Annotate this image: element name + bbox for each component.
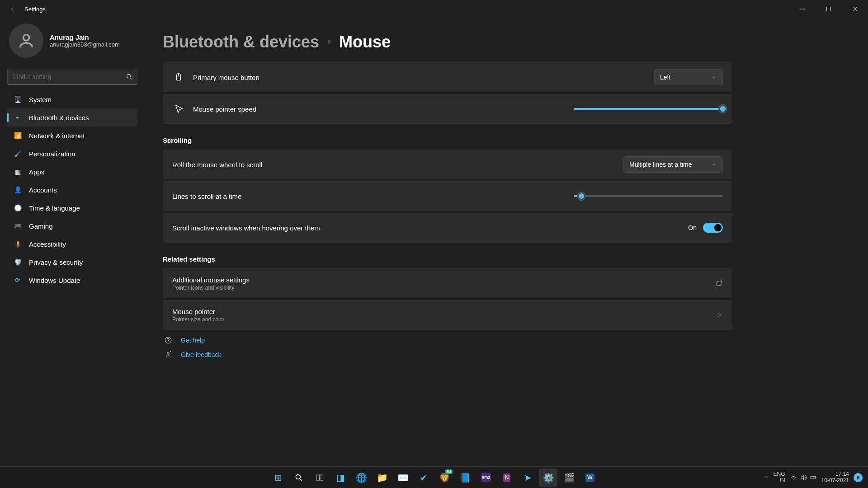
update-icon: ⟳ xyxy=(14,276,22,284)
sidebar-item-label: Accounts xyxy=(29,186,57,194)
edge-app[interactable]: 🌐 xyxy=(352,469,370,487)
setting-lines-scroll: Lines to scroll at a time xyxy=(163,181,732,211)
mail-app[interactable]: ✉️ xyxy=(394,469,412,487)
window-controls xyxy=(789,0,868,18)
related-additional-mouse-settings[interactable]: Additional mouse settings Pointer icons … xyxy=(163,268,732,298)
lang-secondary: IN xyxy=(774,478,785,483)
pdf-app[interactable]: 📘 xyxy=(456,469,474,487)
svg-point-5 xyxy=(167,352,170,355)
back-button[interactable] xyxy=(4,0,22,18)
setting-label: Lines to scroll at a time xyxy=(172,192,241,200)
profile-name: Anurag Jain xyxy=(50,33,120,41)
sidebar-item-accounts[interactable]: 👤Accounts xyxy=(7,181,137,199)
amazon-music-app[interactable]: amz xyxy=(477,469,495,487)
setting-label: Roll the mouse wheel to scroll xyxy=(172,161,262,169)
window-title: Settings xyxy=(24,6,46,13)
sidebar-item-label: Gaming xyxy=(29,222,53,230)
maximize-button[interactable] xyxy=(816,0,842,18)
sidebar-item-apps[interactable]: ▦Apps xyxy=(7,163,137,181)
search-input[interactable] xyxy=(7,69,137,85)
svg-rect-0 xyxy=(827,7,831,11)
feedback-icon xyxy=(163,351,174,359)
widgets-button[interactable]: ◨ xyxy=(331,469,349,487)
setting-primary-button: Primary mouse button Left xyxy=(163,62,732,92)
slider-thumb[interactable] xyxy=(577,192,586,201)
sidebar-item-windows-update[interactable]: ⟳Windows Update xyxy=(7,271,137,289)
get-help-link[interactable]: Get help xyxy=(181,337,205,344)
setting-scroll-inactive: Scroll inactive windows when hovering ov… xyxy=(163,213,732,243)
todo-app[interactable]: ✔ xyxy=(415,469,433,487)
svg-rect-8 xyxy=(320,475,323,480)
brave-badge: 54 xyxy=(445,469,453,474)
settings-app[interactable]: ⚙️ xyxy=(539,469,557,487)
davinci-app[interactable]: 🎬 xyxy=(560,469,578,487)
date-text: 10-07-2021 xyxy=(821,478,849,483)
chevron-down-icon xyxy=(712,162,717,167)
wifi-tray-icon xyxy=(790,474,797,481)
sidebar-item-bluetooth-devices[interactable]: ⌁Bluetooth & devices xyxy=(7,108,137,127)
give-feedback-row: Give feedback xyxy=(163,351,850,359)
taskbar-right: ENG IN 17:14 10-07-2021 8 xyxy=(764,471,868,483)
monitor-icon: 🖥️ xyxy=(14,95,22,103)
clock[interactable]: 17:14 10-07-2021 xyxy=(821,471,849,483)
titlebar: Settings xyxy=(0,0,868,18)
sidebar-item-privacy[interactable]: 🛡️Privacy & security xyxy=(7,253,137,271)
pointer-speed-slider[interactable] xyxy=(574,108,723,110)
toggle-state: On xyxy=(688,224,697,231)
mouse-icon xyxy=(172,72,185,82)
language-indicator[interactable]: ENG IN xyxy=(774,471,785,483)
profile-email: anuragjain353@gmail.com xyxy=(50,41,120,48)
tray-overflow-button[interactable] xyxy=(764,474,769,481)
svg-point-1 xyxy=(23,35,29,41)
search-wrap xyxy=(7,69,137,85)
sidebar-item-label: Accessibility xyxy=(29,240,66,248)
related-mouse-pointer[interactable]: Mouse pointer Pointer size and color xyxy=(163,300,732,330)
roll-wheel-dropdown[interactable]: Multiple lines at a time xyxy=(623,156,723,173)
main-content: Bluetooth & devices Mouse Primary mouse … xyxy=(145,18,868,466)
give-feedback-link[interactable]: Give feedback xyxy=(181,351,222,358)
clock-icon: 🕒 xyxy=(14,204,22,212)
lines-scroll-slider[interactable] xyxy=(574,195,723,197)
lang-primary: ENG xyxy=(774,471,785,477)
time-text: 17:14 xyxy=(821,471,849,477)
slider-thumb[interactable] xyxy=(718,104,727,113)
sidebar-item-gaming[interactable]: 🎮Gaming xyxy=(7,217,137,235)
notification-badge[interactable]: 8 xyxy=(854,473,863,482)
search-taskbar-button[interactable] xyxy=(290,469,308,487)
start-button[interactable]: ⊞ xyxy=(269,469,287,487)
breadcrumb-parent[interactable]: Bluetooth & devices xyxy=(163,33,319,52)
apps-icon: ▦ xyxy=(14,168,22,176)
related-label: Additional mouse settings xyxy=(172,276,250,284)
sidebar-item-personalization[interactable]: 🖌️Personalization xyxy=(7,145,137,163)
avatar xyxy=(9,23,43,58)
sidebar-item-accessibility[interactable]: 🧍Accessibility xyxy=(7,235,137,253)
sidebar-item-time-language[interactable]: 🕒Time & language xyxy=(7,199,137,217)
section-title-related: Related settings xyxy=(163,255,732,263)
breadcrumb-current: Mouse xyxy=(339,33,391,52)
section-title-scrolling: Scrolling xyxy=(163,136,732,144)
sidebar-item-system[interactable]: 🖥️System xyxy=(7,90,137,108)
setting-roll-wheel: Roll the mouse wheel to scroll Multiple … xyxy=(163,150,732,179)
volume-tray-icon xyxy=(800,474,807,481)
sidebar-item-network[interactable]: 📶Network & internet xyxy=(7,127,137,145)
brave-app[interactable]: 🦁54 xyxy=(435,469,453,487)
telegram-app[interactable]: ➤ xyxy=(519,469,537,487)
sidebar-item-label: System xyxy=(29,96,52,103)
primary-button-dropdown[interactable]: Left xyxy=(654,69,723,85)
chevron-down-icon xyxy=(712,75,717,80)
sidebar: Anurag Jain anuragjain353@gmail.com 🖥️Sy… xyxy=(0,18,145,466)
minimize-button[interactable] xyxy=(789,0,816,18)
setting-label: Primary mouse button xyxy=(193,74,259,81)
setting-label: Scroll inactive windows when hovering ov… xyxy=(172,224,320,232)
task-view-button[interactable] xyxy=(311,469,329,487)
word-app[interactable]: W xyxy=(581,469,599,487)
scroll-inactive-toggle[interactable] xyxy=(703,223,723,233)
onenote-app[interactable]: N xyxy=(498,469,516,487)
close-button[interactable] xyxy=(842,0,868,18)
svg-point-6 xyxy=(296,474,300,479)
explorer-app[interactable]: 📁 xyxy=(373,469,391,487)
system-tray[interactable] xyxy=(790,474,817,481)
svg-point-2 xyxy=(127,75,131,78)
gamepad-icon: 🎮 xyxy=(14,222,22,230)
profile-block[interactable]: Anurag Jain anuragjain353@gmail.com xyxy=(9,23,145,58)
